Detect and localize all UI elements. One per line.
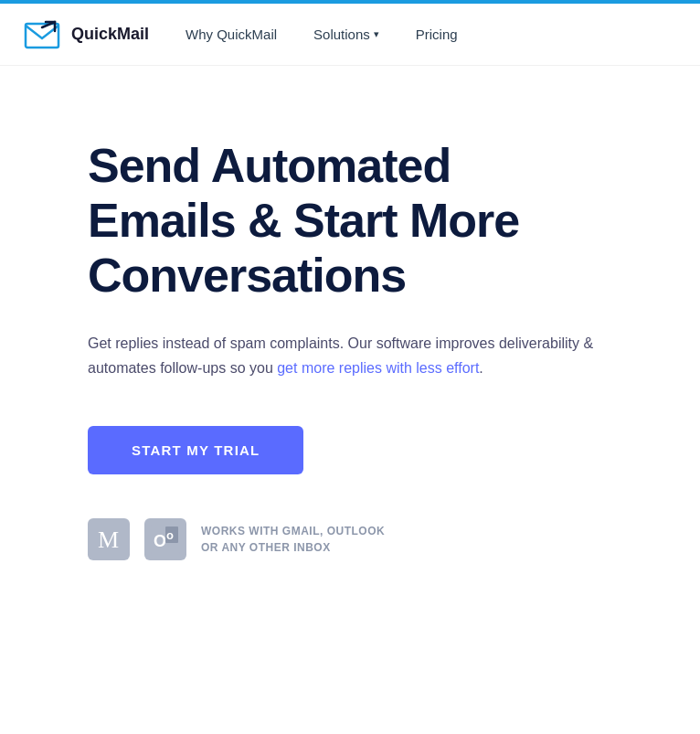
integration-text: WORKS WITH GMAIL, OUTLOOK OR ANY OTHER I… <box>201 523 385 556</box>
svg-text:O: O <box>154 532 166 550</box>
nav-pricing[interactable]: Pricing <box>416 27 458 42</box>
svg-text:o: o <box>166 528 174 542</box>
integration-line2: OR ANY OTHER INBOX <box>201 539 385 556</box>
logo-area[interactable]: QuickMail <box>22 15 149 55</box>
hero-subtitle-end: . <box>479 360 483 376</box>
svg-text:M: M <box>98 527 119 553</box>
navbar: QuickMail Why QuickMail Solutions ▾ Pric… <box>0 4 700 66</box>
svg-rect-0 <box>22 15 62 55</box>
logo-icon <box>22 15 62 55</box>
outlook-icon: O o <box>144 518 186 560</box>
hero-subtitle-highlight: get more replies with less effort <box>277 360 479 376</box>
integration-line1: WORKS WITH GMAIL, OUTLOOK <box>201 523 385 539</box>
logo-text: QuickMail <box>71 25 149 44</box>
start-trial-button[interactable]: START MY TRIAL <box>88 426 303 474</box>
hero-section: Send Automated Emails & Start More Conve… <box>0 66 695 615</box>
hero-title: Send Automated Emails & Start More Conve… <box>88 139 607 303</box>
hero-subtitle: Get replies instead of spam complaints. … <box>88 332 607 380</box>
nav-why-quickmail[interactable]: Why QuickMail <box>186 27 277 42</box>
gmail-icon: M <box>88 518 130 560</box>
nav-solutions[interactable]: Solutions ▾ <box>313 27 379 42</box>
chevron-down-icon: ▾ <box>374 28 379 40</box>
integration-area: M O o WORKS WITH GMAIL, OUTLOOK OR ANY O… <box>88 518 607 560</box>
nav-links: Why QuickMail Solutions ▾ Pricing <box>186 27 678 42</box>
